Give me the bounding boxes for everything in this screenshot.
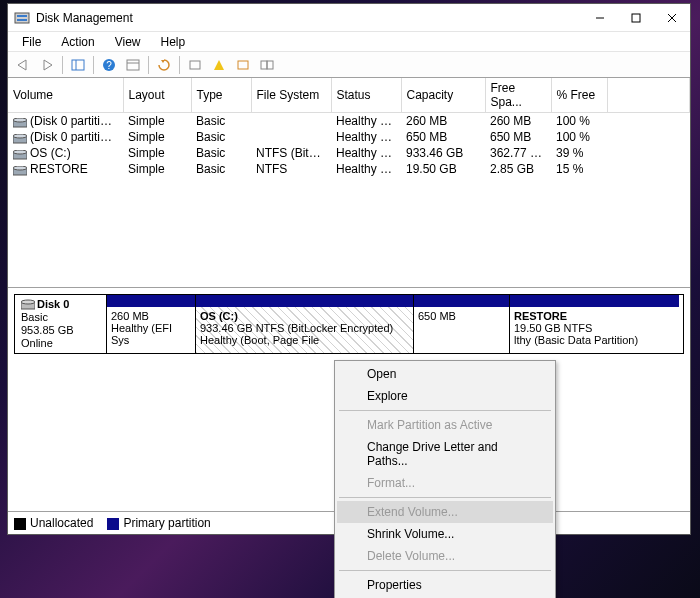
context-menu-separator bbox=[339, 497, 551, 498]
context-menu-separator bbox=[339, 410, 551, 411]
svg-point-24 bbox=[13, 134, 27, 138]
toolbar-icon-1[interactable] bbox=[184, 54, 206, 76]
disk-row-0: Disk 0 Basic 953.85 GB Online 260 MBHeal… bbox=[14, 294, 684, 354]
back-button[interactable] bbox=[12, 54, 34, 76]
col-filesystem[interactable]: File System bbox=[251, 78, 331, 113]
show-hide-tree-button[interactable] bbox=[67, 54, 89, 76]
col-freespace[interactable]: Free Spa... bbox=[485, 78, 551, 113]
volume-row[interactable]: (Disk 0 partition 4)SimpleBasicHealthy (… bbox=[8, 129, 690, 145]
context-menu-item[interactable]: Explore bbox=[337, 385, 553, 407]
volume-icon bbox=[13, 133, 27, 143]
legend-label: Primary partition bbox=[123, 516, 210, 530]
context-menu-item: Mark Partition as Active bbox=[337, 414, 553, 436]
svg-rect-20 bbox=[267, 61, 273, 69]
action-list-button[interactable] bbox=[122, 54, 144, 76]
help-button[interactable]: ? bbox=[98, 54, 120, 76]
svg-rect-4 bbox=[632, 14, 640, 22]
col-type[interactable]: Type bbox=[191, 78, 251, 113]
volume-row[interactable]: (Disk 0 partition 1)SimpleBasicHealthy (… bbox=[8, 113, 690, 130]
svg-text:?: ? bbox=[106, 60, 112, 71]
disk-header[interactable]: Disk 0 Basic 953.85 GB Online bbox=[15, 295, 107, 353]
legend-swatch-unallocated bbox=[14, 518, 26, 530]
svg-marker-8 bbox=[44, 60, 52, 70]
context-menu-separator bbox=[339, 570, 551, 571]
toolbar-icon-2[interactable] bbox=[208, 54, 230, 76]
context-menu-item[interactable]: Change Drive Letter and Paths... bbox=[337, 436, 553, 472]
menu-view[interactable]: View bbox=[105, 33, 151, 51]
toolbar-icon-3[interactable] bbox=[232, 54, 254, 76]
svg-rect-16 bbox=[190, 61, 200, 69]
menubar: File Action View Help bbox=[8, 32, 690, 52]
volume-icon bbox=[13, 165, 27, 175]
col-capacity[interactable]: Capacity bbox=[401, 78, 485, 113]
svg-marker-7 bbox=[18, 60, 26, 70]
context-menu-item[interactable]: Shrink Volume... bbox=[337, 523, 553, 545]
svg-rect-1 bbox=[17, 15, 27, 17]
volume-row[interactable]: RESTORESimpleBasicNTFSHealthy (B...19.50… bbox=[8, 161, 690, 177]
svg-rect-9 bbox=[72, 60, 84, 70]
maximize-button[interactable] bbox=[618, 4, 654, 32]
volume-row[interactable]: OS (C:)SimpleBasicNTFS (BitLo...Healthy … bbox=[8, 145, 690, 161]
col-pctfree[interactable]: % Free bbox=[551, 78, 607, 113]
volume-list[interactable]: Volume Layout Type File System Status Ca… bbox=[8, 78, 690, 288]
legend-label: Unallocated bbox=[30, 516, 93, 530]
col-volume[interactable]: Volume bbox=[8, 78, 123, 113]
svg-point-28 bbox=[13, 166, 27, 170]
refresh-button[interactable] bbox=[153, 54, 175, 76]
window-title: Disk Management bbox=[36, 11, 582, 25]
toolbar-icon-4[interactable] bbox=[256, 54, 278, 76]
titlebar[interactable]: Disk Management bbox=[8, 4, 690, 32]
forward-button[interactable] bbox=[36, 54, 58, 76]
svg-rect-0 bbox=[15, 13, 29, 23]
disk-icon bbox=[21, 299, 35, 311]
col-layout[interactable]: Layout bbox=[123, 78, 191, 113]
menu-action[interactable]: Action bbox=[51, 33, 104, 51]
menu-file[interactable]: File bbox=[12, 33, 51, 51]
partition[interactable]: OS (C:)933.46 GB NTFS (BitLocker Encrypt… bbox=[195, 295, 413, 353]
svg-marker-15 bbox=[161, 60, 165, 63]
svg-rect-19 bbox=[261, 61, 267, 69]
context-menu[interactable]: OpenExploreMark Partition as ActiveChang… bbox=[334, 360, 556, 598]
volume-icon bbox=[13, 117, 27, 127]
legend-swatch-primary bbox=[107, 518, 119, 530]
svg-rect-18 bbox=[238, 61, 248, 69]
volume-list-header[interactable]: Volume Layout Type File System Status Ca… bbox=[8, 78, 690, 113]
volume-icon bbox=[13, 149, 27, 159]
partition[interactable]: RESTORE19.50 GB NTFSlthy (Basic Data Par… bbox=[509, 295, 679, 353]
close-button[interactable] bbox=[654, 4, 690, 32]
context-menu-item: Format... bbox=[337, 472, 553, 494]
svg-marker-17 bbox=[214, 60, 224, 70]
context-menu-item[interactable]: Open bbox=[337, 363, 553, 385]
svg-point-30 bbox=[21, 300, 35, 304]
context-menu-item: Extend Volume... bbox=[337, 501, 553, 523]
minimize-button[interactable] bbox=[582, 4, 618, 32]
col-status[interactable]: Status bbox=[331, 78, 401, 113]
svg-rect-2 bbox=[17, 19, 27, 21]
app-icon bbox=[14, 10, 30, 26]
context-menu-item: Delete Volume... bbox=[337, 545, 553, 567]
svg-point-22 bbox=[13, 118, 27, 122]
partition[interactable]: 650 MB bbox=[413, 295, 509, 353]
context-menu-item[interactable]: Properties bbox=[337, 574, 553, 596]
svg-rect-13 bbox=[127, 60, 139, 70]
partition[interactable]: 260 MBHealthy (EFI Sys bbox=[107, 295, 195, 353]
toolbar: ? bbox=[8, 52, 690, 78]
menu-help[interactable]: Help bbox=[151, 33, 196, 51]
svg-point-26 bbox=[13, 150, 27, 154]
